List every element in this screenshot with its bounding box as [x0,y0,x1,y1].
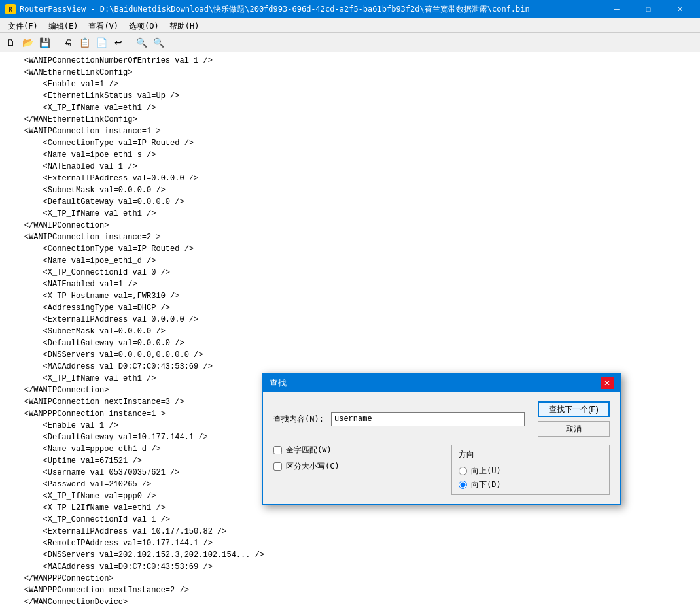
menu-options[interactable]: 选项(O) [124,20,164,31]
menu-view[interactable]: 查看(V) [83,20,124,31]
match-case-checkbox[interactable] [273,462,282,471]
up-radio[interactable] [459,467,467,475]
toolbar: 🗋 📂 💾 🖨 📋 📄 ↩ 🔍 🔍 [0,33,700,52]
toolbar-print[interactable]: 🖨 [60,35,75,50]
title-text: RouterPassView - D:\BaiduNetdiskDownload… [20,4,602,15]
whole-word-row: 全字匹配(W) [273,445,432,456]
toolbar-copy[interactable]: 📋 [77,35,92,50]
whole-word-checkbox[interactable] [273,446,282,454]
search-input[interactable] [331,412,525,426]
close-button[interactable]: ✕ [665,3,695,16]
dialog-body: 查找内容(N): 查找下一个(F) 取消 全字匹配(W) 区分大小写(C) [263,392,620,504]
menu-help[interactable]: 帮助(H) [164,20,205,31]
direction-label: 方向 [459,449,603,460]
toolbar-new[interactable]: 🗋 [3,35,18,50]
find-next-button[interactable]: 查找下一个(F) [538,401,610,417]
down-label: 向下(D) [471,479,501,490]
menu-bar: 文件(F) 编辑(E) 查看(V) 选项(O) 帮助(H) [0,18,700,33]
find-dialog: 查找 ✕ 查找内容(N): 查找下一个(F) 取消 全字匹配(W) [262,373,621,505]
menu-file[interactable]: 文件(F) [3,20,43,31]
options-row: 全字匹配(W) 区分大小写(C) 方向 向上(U) [273,445,610,495]
maximize-button[interactable]: □ [633,3,663,16]
toolbar-find[interactable]: 🔍 [133,35,149,50]
toolbar-open[interactable]: 📂 [20,35,35,50]
toolbar-find2[interactable]: 🔍 [150,35,166,50]
app-icon: R [5,4,16,14]
main-content: <WANIPConnectionNumberOfEntries val=1 />… [0,52,700,610]
options-left: 全字匹配(W) 区分大小写(C) [273,445,432,472]
menu-edit[interactable]: 编辑(E) [43,20,84,31]
dialog-buttons: 查找下一个(F) 取消 [531,401,610,437]
dialog-close-button[interactable]: ✕ [601,377,614,389]
down-radio[interactable] [459,481,467,489]
toolbar-paste[interactable]: 📄 [94,35,109,50]
options-right: 方向 向上(U) 向下(D) [451,445,610,495]
dialog-title-bar: 查找 ✕ [263,374,620,392]
match-case-label: 区分大小写(C) [286,461,340,472]
minimize-button[interactable]: ─ [602,3,632,16]
toolbar-separator-1 [56,37,56,48]
direction-group: 方向 向上(U) 向下(D) [451,445,610,495]
cancel-button[interactable]: 取消 [538,421,610,437]
toolbar-undo[interactable]: ↩ [111,35,126,50]
search-label: 查找内容(N): [273,414,326,425]
content-text: <WANIPConnectionNumberOfEntries val=1 />… [5,55,695,610]
match-case-row: 区分大小写(C) [273,461,432,472]
window-controls: ─ □ ✕ [602,3,695,16]
title-bar: R RouterPassView - D:\BaiduNetdiskDownlo… [0,0,700,18]
up-label: 向上(U) [471,466,501,477]
whole-word-label: 全字匹配(W) [286,445,332,456]
toolbar-save[interactable]: 💾 [37,35,52,50]
up-radio-row: 向上(U) [459,466,603,477]
toolbar-separator-2 [130,37,130,48]
search-row: 查找内容(N): 查找下一个(F) 取消 [273,401,610,437]
down-radio-row: 向下(D) [459,479,603,490]
dialog-title: 查找 [270,377,287,389]
